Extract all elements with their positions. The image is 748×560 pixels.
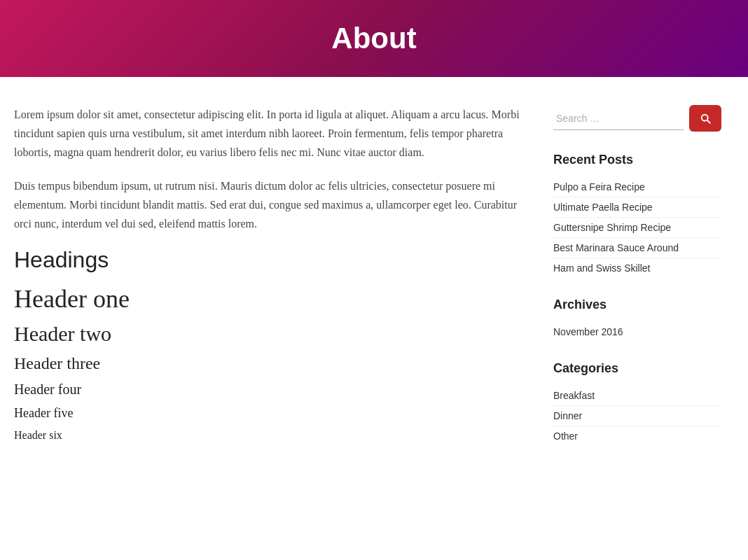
header-six: Header six [14, 429, 525, 442]
sidebar: Recent Posts Pulpo a Feira Recipe Ultima… [553, 105, 721, 465]
page-header: About [0, 0, 748, 77]
headings-section-label: Headings [14, 247, 525, 273]
intro-paragraph-2: Duis tempus bibendum ipsum, ut rutrum ni… [14, 176, 525, 234]
search-input[interactable] [553, 107, 684, 130]
recent-posts-title: Recent Posts [553, 153, 721, 167]
category-link[interactable]: Other [553, 426, 721, 446]
recent-posts-section: Recent Posts Pulpo a Feira Recipe Ultima… [553, 153, 721, 278]
main-container: Lorem ipsum dolor sit amet, consectetur … [0, 77, 748, 493]
category-link[interactable]: Breakfast [553, 386, 721, 406]
header-one: Header one [14, 284, 525, 314]
header-five: Header five [14, 406, 525, 421]
recent-post-link[interactable]: Best Marinara Sauce Around [553, 238, 721, 258]
archive-link[interactable]: November 2016 [553, 322, 721, 342]
page-title: About [331, 22, 416, 55]
header-two: Header two [14, 322, 525, 346]
search-widget [553, 105, 721, 132]
archives-title: Archives [553, 298, 721, 312]
categories-title: Categories [553, 361, 721, 376]
search-icon [699, 112, 712, 125]
search-button[interactable] [689, 105, 721, 132]
header-four: Header four [14, 382, 525, 398]
recent-post-link[interactable]: Guttersnipe Shrimp Recipe [553, 218, 721, 238]
recent-post-link[interactable]: Ham and Swiss Skillet [553, 258, 721, 278]
recent-post-link[interactable]: Ultimate Paella Recipe [553, 197, 721, 218]
intro-paragraph-1: Lorem ipsum dolor sit amet, consectetur … [14, 105, 525, 162]
categories-section: Categories Breakfast Dinner Other [553, 361, 721, 446]
archives-section: Archives November 2016 [553, 298, 721, 342]
main-content: Lorem ipsum dolor sit amet, consectetur … [14, 105, 525, 465]
category-link[interactable]: Dinner [553, 406, 721, 426]
recent-post-link[interactable]: Pulpo a Feira Recipe [553, 177, 721, 197]
header-three: Header three [14, 354, 525, 373]
